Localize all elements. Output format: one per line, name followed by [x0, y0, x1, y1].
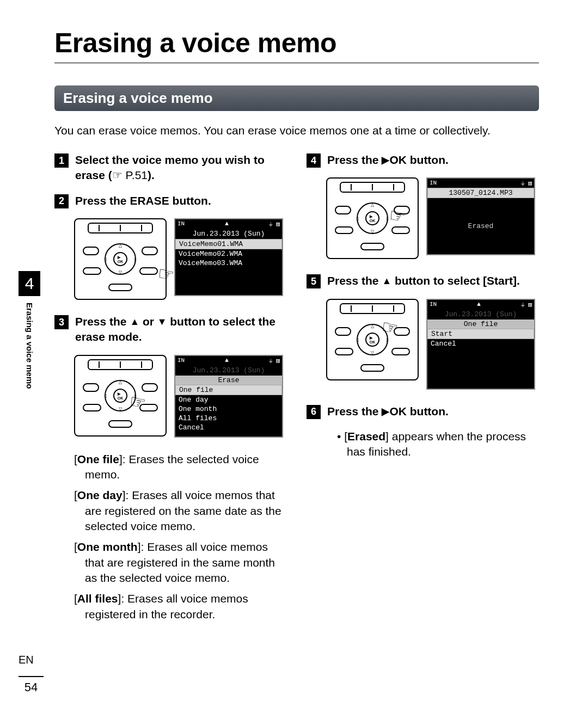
step-text: Press the ▲ or ▼ button to select the er…: [75, 314, 287, 345]
step-5: 5 Press the ▲ button to select [Start].: [307, 273, 539, 288]
lcd-screen-3: IN▲⏚ ▥ Jun.23.2013 (Sun) Erase One file …: [174, 355, 283, 438]
step-number: 1: [54, 153, 69, 168]
section-header: Erasing a voice memo: [54, 85, 539, 111]
step-6: 6 Press the ▶OK button.: [307, 404, 539, 419]
device-illustration: ▶OK△▽▯▯ ☜: [74, 218, 167, 300]
step-number: 4: [307, 153, 321, 168]
chapter-number: 4: [19, 271, 40, 296]
step-text: Press the ▶OK button.: [327, 152, 449, 168]
pointer-hand-icon: ☜: [388, 206, 407, 227]
step-text: Select the voice memo you wish to erase …: [75, 152, 287, 183]
lcd-screen-5: IN▲⏚ ▥ Jun.23.2013 (Sun) One file Start …: [426, 299, 535, 390]
erase-mode-descriptions: [One file]: Erases the selected voice me…: [74, 452, 287, 622]
figure-step-2: ▶OK△▽▯▯ ☜ IN▲⏚ ▥ Jun.23.2013 (Sun) Voice…: [74, 218, 287, 300]
figure-step-5: ▶OK△▽▯▯ ☜ IN▲⏚ ▥ Jun.23.2013 (Sun) One f…: [326, 299, 539, 390]
page-footer: EN 54: [19, 654, 44, 694]
intro-text: You can erase voice memos. You can erase…: [54, 124, 539, 137]
step-number: 3: [54, 315, 69, 329]
pointer-hand-icon: ☜: [128, 391, 147, 413]
step-text: Press the ▶OK button.: [327, 404, 449, 419]
language-label: EN: [19, 654, 44, 666]
step-number: 6: [307, 405, 321, 419]
device-illustration: ▶OK△▽▯▯ ☜: [326, 299, 419, 380]
right-column: 4 Press the ▶OK button. ▶OK△▽▯▯ ☜ IN⏚ ▥ …: [307, 152, 539, 628]
device-illustration: ▶OK△▽▯▯ ☜: [326, 177, 419, 259]
chapter-label: Erasing a voice memo: [25, 303, 34, 389]
chapter-tab: 4 Erasing a voice memo: [19, 271, 40, 389]
step-text: Press the ERASE button.: [75, 193, 211, 208]
pointer-hand-icon: ☜: [380, 317, 399, 338]
step-6-note: [Erased] appears when the process has fi…: [337, 429, 539, 460]
page-title: Erasing a voice memo: [54, 27, 539, 64]
figure-step-3: ▶OK△▽▯▯ ☜ IN▲⏚ ▥ Jun.23.2013 (Sun) Erase…: [74, 355, 287, 438]
step-4: 4 Press the ▶OK button.: [307, 152, 539, 168]
pointer-hand-icon: ☜: [156, 264, 175, 285]
step-text: Press the ▲ button to select [Start].: [327, 273, 520, 288]
step-number: 2: [54, 194, 69, 208]
step-2: 2 Press the ERASE button.: [54, 193, 287, 208]
lcd-screen-2: IN▲⏚ ▥ Jun.23.2013 (Sun) VoiceMemo01.WMA…: [174, 218, 283, 296]
lcd-screen-4: IN⏚ ▥ 130507_0124.MP3 Erased: [426, 177, 535, 255]
figure-step-4: ▶OK△▽▯▯ ☜ IN⏚ ▥ 130507_0124.MP3 Erased: [326, 177, 539, 259]
page-number: 54: [19, 676, 44, 694]
step-number: 5: [307, 274, 321, 288]
step-1: 1 Select the voice memo you wish to eras…: [54, 152, 287, 183]
device-illustration: ▶OK△▽▯▯ ☜: [74, 355, 167, 437]
left-column: 1 Select the voice memo you wish to eras…: [54, 152, 287, 628]
step-3: 3 Press the ▲ or ▼ button to select the …: [54, 314, 287, 345]
